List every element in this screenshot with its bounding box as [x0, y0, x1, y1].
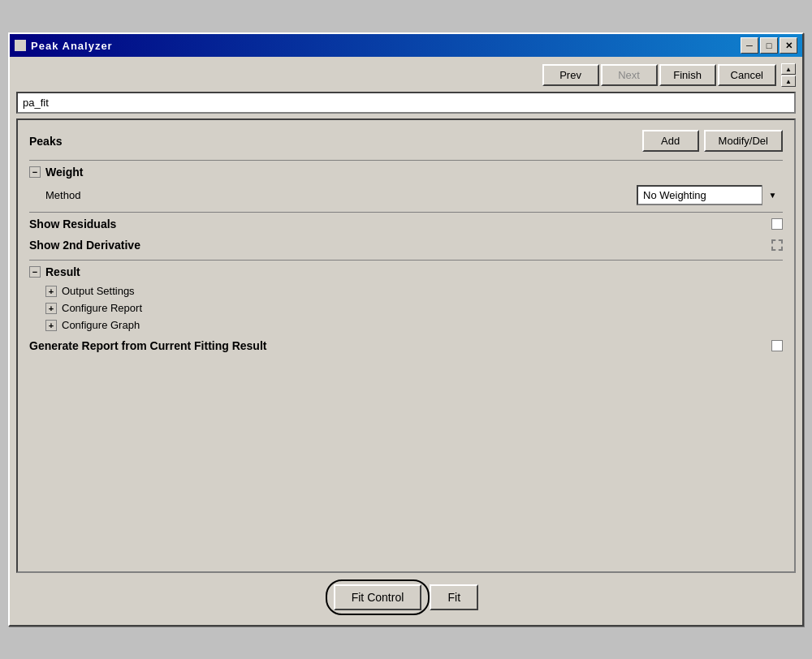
minimize-button[interactable]: ─ — [741, 37, 758, 54]
cancel-button[interactable]: Cancel — [718, 64, 776, 86]
main-window: Peak Analyzer ─ □ ✕ Prev Next Finish Can… — [8, 32, 804, 627]
weight-header: − Weight — [29, 166, 783, 179]
window-title: Peak Analyzer — [31, 40, 113, 52]
toolbar-row: Prev Next Finish Cancel ▲ ▲ — [16, 63, 796, 87]
method-row: Method No Weighting Instrumental Statist… — [29, 185, 783, 205]
peaks-buttons: Add Modify/Del — [642, 130, 783, 152]
configure-report-item: + Configure Report — [29, 302, 783, 314]
peaks-label: Peaks — [29, 135, 642, 148]
output-settings-expand-icon[interactable]: + — [45, 286, 57, 297]
show-2nd-derivative-checkbox[interactable] — [771, 239, 783, 251]
finish-button[interactable]: Finish — [659, 64, 716, 86]
scroll-up-button[interactable]: ▲ — [781, 63, 796, 75]
method-control: No Weighting Instrumental Statistical Ar… — [637, 185, 783, 205]
configure-graph-item: + Configure Graph — [29, 319, 783, 331]
window-icon — [15, 40, 26, 51]
method-label: Method — [45, 189, 637, 201]
show-2nd-derivative-row: Show 2nd Derivative — [29, 239, 783, 252]
window-body: Prev Next Finish Cancel ▲ ▲ Peaks Add Mo… — [10, 57, 802, 625]
maximize-button[interactable]: □ — [760, 37, 778, 54]
main-panel: Peaks Add Modify/Del − Weight Method No — [16, 118, 796, 573]
result-label: Result — [45, 265, 80, 278]
weight-label: Weight — [45, 166, 83, 179]
method-dropdown-wrapper: No Weighting Instrumental Statistical Ar… — [637, 185, 783, 205]
next-button[interactable]: Next — [601, 64, 658, 86]
scroll-buttons: ▲ ▲ — [781, 63, 796, 87]
show-residuals-checkbox[interactable] — [771, 218, 783, 230]
title-bar: Peak Analyzer ─ □ ✕ — [10, 34, 802, 57]
generate-report-checkbox[interactable] — [771, 340, 783, 351]
show-2nd-derivative-label: Show 2nd Derivative — [29, 239, 771, 252]
close-button[interactable]: ✕ — [780, 37, 797, 54]
output-settings-label: Output Settings — [62, 285, 135, 297]
title-buttons: ─ □ ✕ — [741, 37, 797, 54]
result-collapse-icon[interactable]: − — [29, 266, 41, 278]
configure-graph-expand-icon[interactable]: + — [45, 320, 57, 331]
show-residuals-label: Show Residuals — [29, 218, 771, 230]
separator-2 — [29, 212, 783, 213]
fit-button[interactable]: Fit — [430, 584, 478, 610]
separator-1 — [29, 160, 783, 161]
result-header: − Result — [29, 265, 783, 278]
add-button[interactable]: Add — [642, 130, 699, 152]
modify-del-button[interactable]: Modify/Del — [704, 130, 783, 152]
generate-report-label: Generate Report from Current Fitting Res… — [29, 339, 765, 352]
method-dropdown[interactable]: No Weighting Instrumental Statistical Ar… — [637, 185, 783, 205]
scroll-down-button[interactable]: ▲ — [781, 75, 796, 87]
title-bar-left: Peak Analyzer — [15, 40, 113, 52]
output-settings-item: + Output Settings — [29, 285, 783, 297]
configure-report-expand-icon[interactable]: + — [45, 303, 57, 314]
show-residuals-row: Show Residuals — [29, 218, 783, 230]
prev-button[interactable]: Prev — [542, 64, 599, 86]
weight-collapse-icon[interactable]: − — [29, 166, 41, 178]
peaks-section: Peaks Add Modify/Del — [29, 130, 783, 152]
configure-report-label: Configure Report — [62, 302, 142, 314]
generate-report-row: Generate Report from Current Fitting Res… — [29, 339, 783, 352]
fit-control-button[interactable]: Fit Control — [334, 584, 422, 610]
fit-control-highlight: Fit Control — [334, 584, 422, 610]
configure-graph-label: Configure Graph — [62, 319, 140, 331]
bottom-bar: Fit Control Fit — [16, 576, 796, 618]
name-field[interactable] — [16, 92, 796, 114]
separator-3 — [29, 260, 783, 261]
